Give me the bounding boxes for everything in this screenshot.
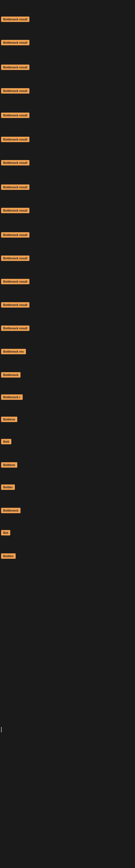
list-item: Bot <box>0 529 11 538</box>
bottleneck-badge[interactable]: Bottleneck result <box>1 326 30 331</box>
list-item: Bottlene <box>0 461 18 470</box>
list-item: Bottleneck result <box>0 254 31 263</box>
bottleneck-badge[interactable]: Bott <box>1 439 11 444</box>
bottleneck-badge[interactable]: Bottleneck res <box>1 349 26 354</box>
bottleneck-badge[interactable]: Bottlen <box>1 553 16 559</box>
list-item: Bottlen <box>0 552 17 561</box>
list-item: Bottleneck result <box>0 301 31 310</box>
list-item: Bottleneck res <box>0 348 27 356</box>
list-item: Bottleneck result <box>0 16 31 24</box>
bottleneck-badge[interactable]: Bottleneck <box>1 372 20 378</box>
bottleneck-badge[interactable]: Bottleneck <box>1 508 20 513</box>
bottleneck-badge[interactable]: Bottleneck result <box>1 17 30 22</box>
list-item: Bottleneck result <box>0 324 31 333</box>
bottleneck-badge[interactable]: Bottleneck result <box>1 255 30 261</box>
page-wrapper: Bottleneck resultBottleneck resultBottle… <box>0 0 135 868</box>
bottleneck-badge[interactable]: Bottlene <box>1 416 17 422</box>
list-item: Bott <box>0 438 12 446</box>
list-item: Bottleneck <box>0 507 21 516</box>
bottleneck-badge[interactable]: Bottleneck result <box>1 40 30 45</box>
bottleneck-badge[interactable]: Bottleneck result <box>1 65 30 70</box>
list-item: Bottleneck r <box>0 393 24 402</box>
bottleneck-badge[interactable]: Bottleneck r <box>1 394 23 400</box>
bottleneck-badge[interactable]: Bottleneck result <box>1 302 30 308</box>
list-item: Bottleneck result <box>0 231 31 240</box>
list-item: Bottleneck result <box>0 135 31 144</box>
site-title <box>0 0 135 3</box>
list-item: Bottleneck result <box>0 39 31 48</box>
bottleneck-badge[interactable]: Bottleneck result <box>1 88 30 94</box>
list-item: Bottler <box>0 484 16 492</box>
list-item: Bottleneck result <box>0 87 31 96</box>
bottleneck-badge[interactable]: Bottleneck result <box>1 208 30 213</box>
bottleneck-badge[interactable]: Bottler <box>1 485 15 490</box>
cursor-indicator <box>1 727 2 733</box>
list-item: Bottleneck result <box>0 159 31 167</box>
bottleneck-badge[interactable]: Bottleneck result <box>1 160 30 165</box>
bottleneck-badge[interactable]: Bottleneck result <box>1 232 30 238</box>
bottleneck-badge[interactable]: Bot <box>1 530 10 535</box>
bottleneck-badge[interactable]: Bottleneck result <box>1 184 30 190</box>
list-item: Bottleneck result <box>0 112 31 120</box>
bottleneck-badge[interactable]: Bottleneck result <box>1 137 30 142</box>
list-item: Bottleneck result <box>0 183 31 192</box>
list-item: Bottleneck result <box>0 278 31 286</box>
list-item: Bottlene <box>0 415 18 424</box>
list-item: Bottleneck result <box>0 207 31 215</box>
list-item: Bottleneck result <box>0 63 31 72</box>
list-item: Bottleneck <box>0 371 21 380</box>
bottleneck-badge[interactable]: Bottleneck result <box>1 279 30 284</box>
bottleneck-badge[interactable]: Bottleneck result <box>1 113 30 118</box>
bottleneck-badge[interactable]: Bottlene <box>1 462 17 468</box>
